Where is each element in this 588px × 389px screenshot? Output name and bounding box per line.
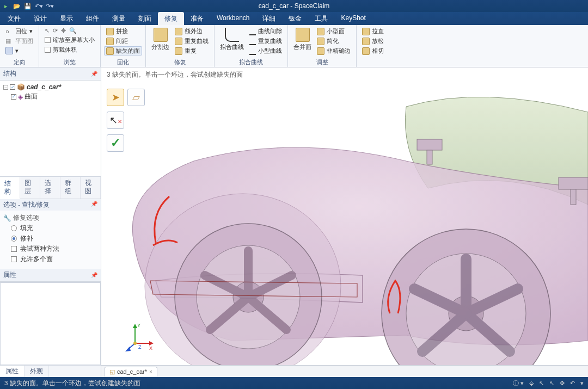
radio-icon[interactable] xyxy=(11,236,17,242)
curve-gap-button[interactable]: 曲线间隙 xyxy=(247,27,284,36)
undo-icon[interactable]: ↶▾ xyxy=(35,2,42,10)
tab-keyshot[interactable]: KeyShot xyxy=(334,12,372,25)
check-icon: ✓ xyxy=(111,136,120,150)
clip-volume-button[interactable]: 剪裁体积 xyxy=(42,45,97,54)
straighten-icon xyxy=(362,28,370,35)
deselect-tool[interactable]: ↖✕ xyxy=(107,112,124,129)
panel-pin-icon[interactable]: 📌 xyxy=(91,71,97,77)
cursor-x-icon: ↖✕ xyxy=(109,114,122,126)
option-patch[interactable]: 修补 xyxy=(3,233,97,244)
checkbox-icon[interactable]: ✓ xyxy=(11,94,16,100)
panel-pin-icon[interactable]: 📌 xyxy=(91,201,97,209)
straighten-label: 拉直 xyxy=(372,27,384,35)
dup-curve2-button[interactable]: 重复曲线 xyxy=(247,36,284,46)
small-curve-button[interactable]: 小型曲线 xyxy=(247,46,284,55)
subtab-structure[interactable]: 结构 xyxy=(0,177,20,199)
cursor-icon[interactable]: ↖ xyxy=(539,380,544,387)
straighten-button[interactable]: 拉直 xyxy=(360,27,386,36)
split-edge-button[interactable]: 分割边 xyxy=(149,27,171,52)
select-tool[interactable]: ➤ xyxy=(107,89,124,106)
expand-icon[interactable]: – xyxy=(3,85,8,90)
tree-child[interactable]: ✓ ◈ 曲面 xyxy=(3,91,97,102)
tree-root[interactable]: – ✓ 📦 cad_c_car* xyxy=(3,83,97,91)
properties-header[interactable]: 属性 📌 xyxy=(0,269,101,282)
save-icon[interactable]: 💾 xyxy=(24,2,32,10)
tab-detail[interactable]: 详细 xyxy=(256,12,282,25)
option-multi-face[interactable]: 允许多个面 xyxy=(3,254,97,264)
pan-icon[interactable]: ✥ xyxy=(560,380,565,387)
confirm-tool[interactable]: ✓ xyxy=(107,134,124,152)
tab-workbench[interactable]: Workbench xyxy=(210,12,256,25)
cursor-alt-icon[interactable]: ↖ xyxy=(549,380,554,387)
doc-tab-1[interactable]: ◱ cad_c_car* × xyxy=(105,367,157,376)
surface-tool[interactable]: ▱ xyxy=(127,89,145,106)
dropdown-icon[interactable]: ▾ xyxy=(580,380,584,387)
axis-triad[interactable]: Y X Z xyxy=(124,322,155,352)
panel-pin-icon[interactable]: 📌 xyxy=(91,272,97,278)
nav-triad-icon[interactable]: ⬙ xyxy=(529,380,534,387)
zoom-fit-label: 缩放至屏幕大小 xyxy=(53,36,95,44)
tab-file[interactable]: 文件 xyxy=(1,12,27,25)
missing-faces-label: 缺失的面 xyxy=(116,47,140,55)
zoom-fit-button[interactable]: 缩放至屏幕大小 xyxy=(42,35,97,45)
checkbox-icon[interactable] xyxy=(11,246,17,252)
iso-view-button[interactable]: ▾ xyxy=(3,46,35,55)
tab-sheetmetal[interactable]: 钣金 xyxy=(282,12,308,25)
close-icon[interactable]: × xyxy=(149,369,152,375)
tab-measure[interactable]: 测量 xyxy=(106,12,132,25)
nav-icons-row[interactable]: ↖⟳✥🔍 xyxy=(42,27,97,35)
canvas-3d[interactable]: ➤ ▱ ↖✕ ✓ xyxy=(101,82,588,365)
folder-open-icon[interactable]: 📂 xyxy=(13,2,21,10)
stitch-button[interactable]: 拼接 xyxy=(104,27,142,36)
main-area: 结构 📌 – ✓ 📦 cad_c_car* ✓ ◈ 曲面 结构 图层 选择 群组… xyxy=(0,67,588,377)
extra-edges-button[interactable]: 额外边 xyxy=(173,27,211,36)
properties-title: 属性 xyxy=(3,270,16,280)
option-try-both[interactable]: 尝试两种方法 xyxy=(3,244,97,254)
properties-textarea[interactable] xyxy=(0,282,101,365)
properties-panel xyxy=(0,282,101,365)
subtab-selection[interactable]: 选择 xyxy=(40,177,60,199)
option-try-both-label: 尝试两种方法 xyxy=(20,245,59,253)
checkbox-icon[interactable] xyxy=(11,256,17,262)
gaps-button[interactable]: 间距 xyxy=(104,36,142,46)
duplicates-label: 重复 xyxy=(185,47,197,55)
proptab-properties[interactable]: 属性 xyxy=(0,366,24,377)
dup-curves-button[interactable]: 重复曲线 xyxy=(173,36,211,46)
simplify-button[interactable]: 简化 xyxy=(315,36,353,46)
undo-icon[interactable]: ↶ xyxy=(570,380,575,387)
plan-view-button[interactable]: ▦平面图 xyxy=(3,36,35,46)
structure-panel-header[interactable]: 结构 📌 xyxy=(0,67,101,81)
stitch-icon xyxy=(106,28,114,35)
redo-icon[interactable]: ↷▾ xyxy=(46,2,53,10)
option-fill[interactable]: 填充 xyxy=(3,223,97,233)
duplicates-button[interactable]: 重复 xyxy=(173,46,211,55)
tangent-button[interactable]: 相切 xyxy=(360,46,386,55)
proptab-appearance[interactable]: 外观 xyxy=(24,366,49,377)
fit-curve-button[interactable]: 拟合曲线 xyxy=(218,27,246,52)
relax-button[interactable]: 放松 xyxy=(360,36,386,46)
options-section-header[interactable]: 🔧 修复选项 xyxy=(3,213,97,223)
small-faces-button[interactable]: 小型面 xyxy=(315,27,353,36)
checkbox-icon[interactable]: ✓ xyxy=(10,84,15,90)
tab-design[interactable]: 设计 xyxy=(27,12,53,25)
subtab-groups[interactable]: 群组 xyxy=(60,177,81,199)
tab-component[interactable]: 组件 xyxy=(79,12,106,25)
structure-title: 结构 xyxy=(3,69,16,78)
dup-curves-label: 重复曲线 xyxy=(185,37,209,45)
tab-display[interactable]: 显示 xyxy=(53,12,79,25)
radio-icon[interactable] xyxy=(11,225,17,231)
play-icon[interactable]: ▸ xyxy=(2,2,10,10)
tab-tools[interactable]: 工具 xyxy=(308,12,334,25)
subtab-views[interactable]: 视图 xyxy=(81,177,101,199)
inexact-edges-button[interactable]: 非精确边 xyxy=(315,46,353,55)
tab-facet[interactable]: 刻面 xyxy=(132,12,158,25)
missing-faces-button[interactable]: 缺失的面 xyxy=(104,46,142,55)
home-view-button[interactable]: ⌂回位▾ xyxy=(3,27,35,36)
subtab-layers[interactable]: 图层 xyxy=(20,177,40,199)
tab-prepare[interactable]: 准备 xyxy=(184,12,210,25)
structure-tree[interactable]: – ✓ 📦 cad_c_car* ✓ ◈ 曲面 xyxy=(0,81,101,176)
merge-faces-button[interactable]: 合并面 xyxy=(291,27,314,52)
info-icon[interactable]: ⓘ ▾ xyxy=(513,379,524,387)
tab-repair[interactable]: 修复 xyxy=(158,12,184,25)
ribbon-group-extra: 拉直 放松 相切 xyxy=(357,25,389,67)
